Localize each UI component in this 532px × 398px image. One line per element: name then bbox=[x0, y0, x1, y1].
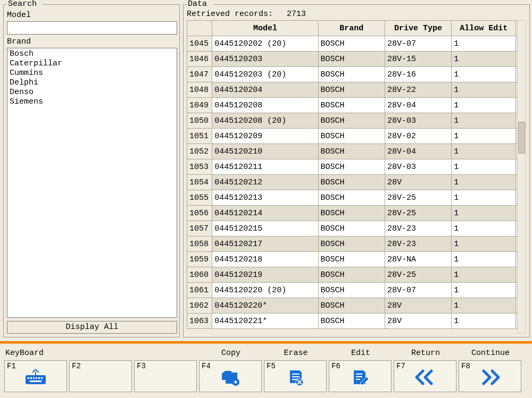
table-row[interactable]: 10460445120203BOSCH28V-151 bbox=[187, 52, 526, 67]
table-row[interactable]: 10470445120203 (20)BOSCH28V-161 bbox=[187, 67, 526, 82]
separator-bar bbox=[0, 341, 532, 344]
brand-label: Brand bbox=[7, 37, 31, 46]
f2-button[interactable]: F2 bbox=[69, 360, 132, 392]
svg-rect-3 bbox=[28, 377, 29, 379]
row-index: 1051 bbox=[187, 129, 212, 144]
cell-brand: BOSCH bbox=[318, 252, 385, 267]
header-model[interactable]: Model bbox=[212, 21, 318, 36]
data-grid[interactable]: Model Brand Drive Type Allow Edit 104504… bbox=[187, 20, 526, 329]
cell-model: 0445120204 bbox=[212, 82, 318, 98]
brand-item[interactable]: Delphi bbox=[10, 78, 174, 88]
table-row[interactable]: 10620445120220*BOSCH28V1 bbox=[187, 298, 526, 314]
label-copy: Copy bbox=[199, 349, 263, 358]
cell-allow: 1 bbox=[452, 52, 516, 67]
header-allow[interactable]: Allow Edit bbox=[452, 21, 516, 36]
header-brand[interactable]: Brand bbox=[318, 21, 385, 36]
cell-drive: 28V-22 bbox=[385, 82, 451, 98]
cell-model: 0445120219 bbox=[212, 267, 318, 283]
table-row[interactable]: 10600445120219BOSCH28V-251 bbox=[187, 267, 526, 283]
cell-drive: 28V-03 bbox=[385, 113, 451, 129]
cell-drive: 28V-16 bbox=[385, 67, 451, 82]
scrollbar-thumb[interactable] bbox=[518, 122, 525, 154]
f8-continue-button[interactable]: F8 bbox=[459, 360, 521, 392]
copy-icon bbox=[200, 369, 261, 386]
cell-allow: 1 bbox=[452, 190, 516, 206]
model-input[interactable] bbox=[7, 21, 177, 35]
data-legend: Data bbox=[187, 0, 208, 9]
f3-button[interactable]: F3 bbox=[134, 360, 197, 392]
cell-model: 0445120218 bbox=[212, 252, 318, 267]
svg-rect-9 bbox=[30, 380, 41, 382]
label-edit: Edit bbox=[329, 349, 393, 358]
cell-brand: BOSCH bbox=[318, 144, 385, 159]
cell-model: 0445120213 bbox=[212, 190, 318, 206]
cell-model: 0445120202 (20) bbox=[212, 36, 318, 52]
table-row[interactable]: 10610445120220 (20)BOSCH28V-071 bbox=[187, 283, 526, 298]
search-panel: Search Model Brand BoschCaterpillarCummi… bbox=[3, 4, 180, 337]
brand-item[interactable]: Cummins bbox=[10, 69, 174, 78]
brand-item[interactable]: Bosch bbox=[10, 49, 174, 59]
svg-rect-0 bbox=[26, 376, 45, 384]
vertical-scrollbar[interactable] bbox=[517, 20, 526, 334]
cell-brand: BOSCH bbox=[318, 206, 385, 221]
cell-brand: BOSCH bbox=[318, 98, 385, 113]
f5-erase-button[interactable]: F5 bbox=[264, 360, 327, 392]
table-row[interactable]: 10590445120218BOSCH28V-NA1 bbox=[187, 252, 526, 267]
row-index: 1055 bbox=[187, 190, 212, 206]
table-row[interactable]: 10510445120209BOSCH28V-021 bbox=[187, 129, 526, 144]
table-row[interactable]: 10480445120204BOSCH28V-221 bbox=[187, 82, 526, 98]
retrieved-records-label: Retrieved records:2713 bbox=[187, 10, 306, 19]
cell-allow: 1 bbox=[452, 98, 516, 113]
table-row[interactable]: 10560445120214BOSCH28V-251 bbox=[187, 206, 526, 221]
table-row[interactable]: 10530445120211BOSCH28V-031 bbox=[187, 159, 526, 175]
f6-edit-button[interactable]: F6 bbox=[329, 360, 392, 392]
cell-brand: BOSCH bbox=[318, 175, 385, 190]
cell-allow: 1 bbox=[452, 298, 516, 314]
f3-key-label: F3 bbox=[137, 362, 146, 370]
cell-model: 0445120210 bbox=[212, 144, 318, 159]
cell-model: 0445120209 bbox=[212, 129, 318, 144]
svg-rect-7 bbox=[38, 377, 40, 379]
cell-model: 0445120214 bbox=[212, 206, 318, 221]
cell-allow: 1 bbox=[452, 221, 516, 236]
table-row[interactable]: 10550445120213BOSCH28V-251 bbox=[187, 190, 526, 206]
cell-allow: 1 bbox=[452, 129, 516, 144]
cell-model: 0445120220* bbox=[212, 298, 318, 314]
brand-listbox[interactable]: BoschCaterpillarCumminsDelphiDensoSiemen… bbox=[7, 48, 177, 318]
cell-allow: 1 bbox=[452, 67, 516, 82]
header-drive[interactable]: Drive Type bbox=[385, 21, 451, 36]
cell-model: 0445120203 bbox=[212, 52, 318, 67]
f7-return-button[interactable]: F7 bbox=[394, 360, 456, 392]
f4-copy-button[interactable]: F4 bbox=[199, 360, 262, 392]
svg-rect-8 bbox=[41, 377, 43, 379]
f1-keyboard-button[interactable]: F1 bbox=[4, 360, 67, 392]
cell-allow: 1 bbox=[452, 206, 516, 221]
svg-rect-19 bbox=[356, 374, 362, 375]
brand-item[interactable]: Caterpillar bbox=[10, 59, 174, 69]
row-index: 1046 bbox=[187, 52, 212, 67]
table-row[interactable]: 10580445120217BOSCH28V-231 bbox=[187, 236, 526, 252]
display-all-button[interactable]: Display All bbox=[7, 321, 177, 334]
table-row[interactable]: 10630445120221*BOSCH28V1 bbox=[187, 314, 526, 329]
table-row[interactable]: 10450445120202 (20)BOSCH28V-071 bbox=[187, 36, 526, 52]
cell-brand: BOSCH bbox=[318, 221, 385, 236]
row-index: 1062 bbox=[187, 298, 212, 314]
cell-brand: BOSCH bbox=[318, 36, 385, 52]
cell-drive: 28V-NA bbox=[385, 252, 451, 267]
table-row[interactable]: 10500445120208 (20)BOSCH28V-031 bbox=[187, 113, 526, 129]
brand-item[interactable]: Siemens bbox=[10, 97, 174, 107]
table-row[interactable]: 10540445120212BOSCH28V1 bbox=[187, 175, 526, 190]
search-legend: Search bbox=[7, 0, 38, 9]
label-continue: Continue bbox=[459, 349, 522, 358]
cell-drive: 28V-25 bbox=[385, 190, 451, 206]
brand-item[interactable]: Denso bbox=[10, 88, 174, 97]
row-index: 1061 bbox=[187, 283, 212, 298]
cell-brand: BOSCH bbox=[318, 159, 385, 175]
table-row[interactable]: 10520445120210BOSCH28V-041 bbox=[187, 144, 526, 159]
cell-drive: 28V-04 bbox=[385, 98, 451, 113]
row-index: 1056 bbox=[187, 206, 212, 221]
table-row[interactable]: 10570445120215BOSCH28V-231 bbox=[187, 221, 526, 236]
table-row[interactable]: 10490445120208BOSCH28V-041 bbox=[187, 98, 526, 113]
cell-model: 0445120215 bbox=[212, 221, 318, 236]
cell-model: 0445120208 (20) bbox=[212, 113, 318, 129]
